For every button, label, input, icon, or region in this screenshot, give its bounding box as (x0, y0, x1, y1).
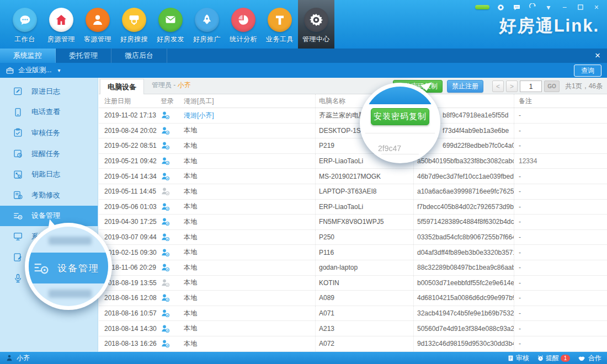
roam-employee: 本地 (184, 321, 315, 336)
nav-item[interactable]: 房源管理 (43, 0, 79, 49)
sidebar-item[interactable]: 审核任务 (0, 122, 98, 143)
table-row[interactable]: 2019-05-22 08:51 本地 P219 699d22f8edbeb7f… (99, 138, 607, 154)
messages-icon[interactable] (512, 3, 521, 12)
workbench-icon (18, 13, 33, 28)
register-date: 2018-08-16 12:08 (99, 291, 161, 306)
login-status (161, 169, 184, 184)
sidebar-item[interactable]: 跟进日志 (0, 81, 98, 102)
note: - (514, 245, 607, 260)
table-row[interactable]: 2018-08-14 14:30 本地 A213 50560d7e4d91e3f… (99, 321, 607, 336)
audit-shortcut[interactable]: 审核 (507, 354, 529, 363)
machine-code: 32acb41947c4b5fe9e1b69b7532cc379 (413, 306, 514, 321)
query-button[interactable]: 查询 (574, 65, 601, 77)
note: - (514, 306, 607, 321)
note: - (514, 321, 607, 336)
sidebar-item[interactable]: 钥匙日志 (0, 164, 98, 185)
note: - (514, 215, 607, 229)
machine-code: 4d68104215a0086d6dc99e997b9532e8 (413, 291, 514, 306)
table-row[interactable]: 2019-05-14 14:34 本地 MS-20190217MOGK 46b7… (99, 169, 607, 184)
tab-computer-devices[interactable]: 电脑设备 (100, 79, 144, 94)
remind-badge: 1 (561, 355, 570, 362)
table-row[interactable]: 2019-05-11 14:45 本地 LAPTOP-3T63AEI8 a10a… (99, 184, 607, 200)
next-page-button[interactable]: > (506, 81, 518, 92)
nav-item[interactable]: 统计分析 (225, 0, 262, 49)
module-tab[interactable]: 系统监控 (0, 49, 56, 63)
note: - (514, 169, 607, 184)
nav-icon-circle (268, 8, 292, 32)
nav-item[interactable]: 好房发发 (152, 0, 189, 49)
remind-shortcut[interactable]: 提醒 1 (537, 354, 570, 363)
sidebar-item[interactable]: 电话查看 (0, 102, 98, 123)
nav-item[interactable]: 业务工具 (262, 0, 298, 49)
chevron-down-icon[interactable]: ▾ (544, 3, 553, 12)
sync-icon[interactable] (528, 3, 537, 12)
tabs-close-icon[interactable]: × (595, 49, 600, 63)
sidebar-item-label: 电话查看 (31, 107, 60, 117)
forbid-register-button[interactable]: 禁止注册 (447, 80, 483, 93)
maximize-button[interactable] (576, 3, 585, 12)
minimize-button[interactable]: − (560, 3, 569, 12)
table-row[interactable]: 2019-02-15 09:30 本地 P116 d04af3dff4fb89e… (99, 245, 607, 260)
nav-item[interactable]: 管理中心 (298, 0, 334, 49)
nav-item-label: 管理中心 (302, 35, 330, 44)
table-row[interactable]: 2018-11-06 20:29 本地 godan-laptop 88c3228… (99, 260, 607, 276)
table-row[interactable]: 2018-08-16 12:08 本地 A089 4d68104215a0086… (99, 291, 607, 306)
table-row[interactable]: 2019-11-02 17:13 漫游[小齐] 齐蕊兰家的电脑 b8f9c479… (99, 108, 607, 124)
register-date: 2018-08-13 16:26 (99, 336, 161, 351)
status-user[interactable]: 小齐 (6, 354, 30, 363)
note: - (514, 200, 607, 215)
nav-item[interactable]: 好房搜搜 (116, 0, 152, 49)
roam-employee: 本地 (184, 336, 315, 351)
nav-item[interactable]: 工作台 (7, 0, 43, 49)
machine-code: 50560d7e4d91e3f384e088c93a2f2b88 (413, 321, 514, 336)
table-row[interactable]: 2019-05-06 01:03 本地 ERP-LiaoTaoLi f7bdec… (99, 200, 607, 215)
table-row[interactable]: 2019-05-21 09:42 本地 ERP-LiaoTaoLi a50b40… (99, 154, 607, 169)
nav-icon-circle (86, 8, 110, 32)
login-user-icon (161, 293, 171, 303)
module-tab[interactable]: 微店后台 (111, 49, 167, 63)
theme-bar-icon[interactable] (475, 5, 489, 9)
nav-item-label: 好房推广 (193, 35, 221, 44)
table-row[interactable]: 2019-03-07 09:44 本地 P250 03352bad54cfc8b… (99, 230, 607, 245)
gear-admin-icon (308, 12, 324, 28)
nav-icon-circle (195, 8, 219, 32)
roam-employee: 本地 (184, 260, 315, 275)
nav-item-label: 房源管理 (47, 35, 75, 44)
machine-code: 9d132c46d98159d9530c30dd3b40ef22 (413, 336, 514, 351)
register-date: 2019-05-11 14:45 (99, 184, 161, 199)
login-user-icon (161, 278, 171, 288)
table-row[interactable]: 2019-08-24 20:02 本地 DESKTOP-1SC f73d4f4a… (99, 124, 607, 139)
computer-name: FN5MFX8V8O1WPJ5 (315, 215, 413, 229)
house-icon (54, 13, 68, 27)
table-row[interactable]: 2018-08-13 16:26 本地 A072 9d132c46d98159d… (99, 336, 607, 352)
table-row[interactable]: 2019-04-30 17:25 本地 FN5MFX8V8O1WPJ5 5f59… (99, 215, 607, 230)
nav-item-label: 客源管理 (84, 35, 111, 44)
roam-employee: 本地 (184, 215, 315, 229)
nav-item[interactable]: 好房推广 (189, 0, 225, 49)
go-button[interactable]: GO (544, 81, 560, 92)
settings-gear-icon[interactable] (496, 3, 505, 12)
sidebar-item-label: 审核任务 (31, 128, 60, 138)
login-user-icon (161, 308, 171, 318)
sidebar-item[interactable]: 提醒任务 (0, 143, 98, 164)
computer-name: A072 (315, 336, 413, 351)
login-status (161, 276, 184, 291)
table-row[interactable]: 2018-08-16 10:57 本地 A071 32acb41947c4b5f… (99, 306, 607, 322)
login-status (161, 215, 184, 229)
nav-item[interactable]: 客源管理 (79, 0, 116, 49)
sidebar-item-label: 跟进日志 (31, 87, 60, 97)
sidebar-item[interactable]: 考勤修改 (0, 185, 98, 206)
machine-code: a50b40195bfba323f8bc3082cabcba6b (413, 154, 514, 169)
module-tab[interactable]: 委托管理 (56, 49, 111, 63)
close-button[interactable]: × (592, 3, 601, 12)
cooperate-shortcut[interactable]: 合作 (578, 354, 601, 363)
page-input[interactable] (520, 81, 542, 92)
register-date: 2019-03-07 09:44 (99, 230, 161, 245)
company-name: 企业版测... (18, 66, 51, 75)
table-row[interactable]: 2018-08-19 13:55 本地 KOTIN b00503d71eebbf… (99, 276, 607, 291)
prev-page-button[interactable]: < (492, 81, 504, 92)
machine-code: 03352bad54cfc8b9067255b7f664b8a1 (413, 230, 514, 245)
roam-employee: 本地 (184, 200, 315, 215)
roam-employee: 本地 (184, 276, 315, 291)
company-selector[interactable]: 企业版测... ▾ (0, 66, 60, 75)
